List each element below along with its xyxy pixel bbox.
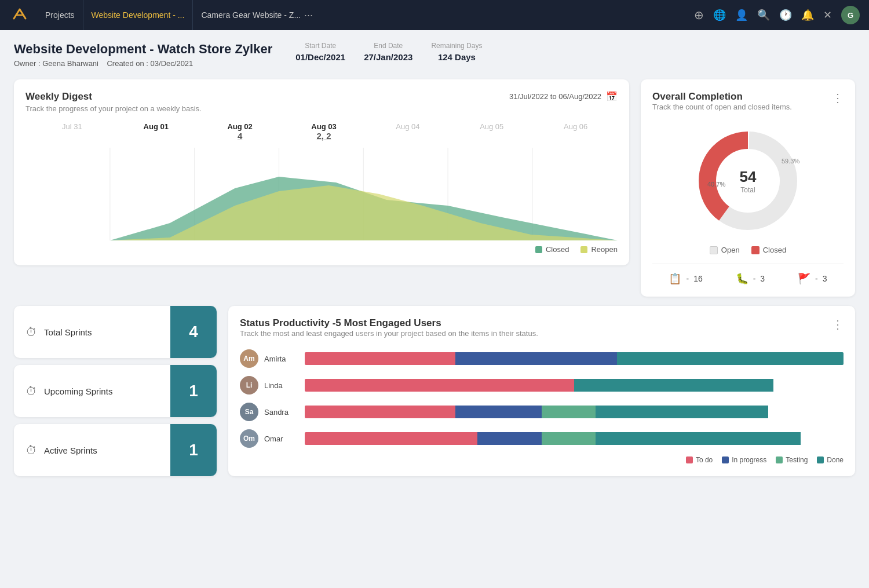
sp-menu-button[interactable]: ⋮ — [832, 317, 844, 331]
chart-days: Jul 31 Aug 01 Aug 02 4 Aug 03 2, 2 Aug 0 — [25, 122, 618, 143]
bar-linda — [305, 379, 844, 392]
bar-seg-todo — [305, 352, 455, 365]
sp-title-block: Status Productivity -5 Most Engaged User… — [240, 317, 538, 347]
nav-projects[interactable]: Projects — [37, 0, 83, 30]
nav-camera-gear[interactable]: Camera Gear Website - Z... ··· — [193, 0, 321, 30]
upcoming-sprints-count: 1 — [170, 365, 217, 417]
day-aug03: Aug 03 2, 2 — [282, 122, 366, 143]
content-row: Weekly Digest Track the progress of your… — [14, 79, 855, 297]
remaining-days-block: Remaining Days 124 Days — [431, 42, 482, 62]
topnav: Projects Website Development - ... Camer… — [0, 0, 869, 30]
upcoming-sprints-card: ⏱ Upcoming Sprints 1 — [14, 365, 217, 417]
project-title: Website Development - Watch Store Zylker — [14, 42, 272, 57]
sprint-col: ⏱ Total Sprints 4 ⏱ Upcoming Sprints 1 ⏱… — [14, 306, 217, 476]
sp-header: Status Productivity -5 Most Engaged User… — [240, 317, 844, 347]
donut-chart: 40.7% 59.3% 54 Total — [652, 123, 844, 239]
day-aug01: Aug 01 — [114, 122, 198, 143]
area-chart — [25, 148, 618, 240]
weekly-header: Weekly Digest Track the progress of your… — [25, 91, 618, 113]
legend-closed: Closed — [535, 245, 569, 254]
upcoming-sprints-icon: ⏱ — [25, 385, 37, 398]
oc-stat-bug: 🐛 - 3 — [736, 272, 765, 285]
bar-seg-done — [617, 352, 844, 365]
total-sprints-count: 4 — [170, 306, 217, 358]
bell-icon[interactable]: 🔔 — [801, 9, 814, 21]
legend-reopen: Reopen — [580, 245, 618, 254]
search-icon[interactable]: 🔍 — [757, 9, 770, 21]
day-aug02: Aug 02 4 — [198, 122, 282, 143]
calendar-icon[interactable]: 📅 — [606, 91, 618, 102]
end-date-block: End Date 27/Jan/2023 — [364, 42, 412, 62]
nav-website-dev[interactable]: Website Development - ... — [83, 0, 193, 30]
legend-closed: Closed — [751, 246, 786, 254]
oc-stat-flag: 🚩 - 3 — [798, 272, 827, 285]
svg-text:40.7%: 40.7% — [707, 181, 725, 188]
sp-row-omar: Om Omar — [240, 429, 844, 448]
oc-stat-document: 📋 - 16 — [669, 272, 702, 285]
weekly-digest-card: Weekly Digest Track the progress of your… — [14, 79, 629, 265]
bar-omar — [305, 432, 844, 445]
close-icon[interactable]: ✕ — [823, 9, 832, 21]
oc-legend: Open Closed — [652, 246, 844, 254]
total-sprints-label: ⏱ Total Sprints — [14, 326, 170, 339]
testing-dot — [776, 456, 783, 463]
active-sprints-icon: ⏱ — [25, 444, 37, 457]
total-sprints-icon: ⏱ — [25, 326, 37, 339]
sp-legend-testing: Testing — [776, 456, 808, 464]
bottom-row: ⏱ Total Sprints 4 ⏱ Upcoming Sprints 1 ⏱… — [14, 306, 855, 476]
oc-title: Overall Completion — [652, 91, 792, 103]
oc-title-block: Overall Completion Track the count of op… — [652, 91, 792, 120]
chart-legend: Closed Reopen — [25, 245, 618, 254]
more-icon[interactable]: ··· — [304, 9, 313, 21]
day-aug06: Aug 06 — [534, 122, 618, 143]
plus-icon[interactable]: ⊕ — [694, 8, 704, 22]
donut-center: 54 Total — [740, 168, 757, 194]
open-dot — [710, 246, 718, 254]
sp-legend-inprogress: In progress — [722, 456, 766, 464]
sp-chart-area: Am Amirta Li Linda — [240, 349, 844, 448]
todo-dot — [686, 456, 693, 463]
topnav-right: ⊕ 🌐 👤 🔍 🕐 🔔 ✕ G — [694, 6, 860, 24]
user-icon[interactable]: 👤 — [735, 9, 748, 21]
reopen-color-dot — [580, 246, 587, 253]
sp-subtitle: Track the most and least engaged users i… — [240, 329, 538, 338]
overall-completion-card: Overall Completion Track the count of op… — [641, 79, 855, 297]
name-amirta: Amirta — [264, 355, 299, 363]
clock-icon[interactable]: 🕐 — [779, 9, 792, 21]
avatar[interactable]: G — [841, 6, 860, 24]
status-productivity-card: Status Productivity -5 Most Engaged User… — [228, 306, 855, 476]
project-dates: Start Date 01/Dec/2021 End Date 27/Jan/2… — [295, 42, 482, 62]
name-omar: Omar — [264, 434, 299, 443]
weekly-subtitle: Track the progress of your project on a … — [25, 104, 202, 113]
project-title-block: Website Development - Watch Store Zylker… — [14, 42, 272, 68]
active-sprints-card: ⏱ Active Sprints 1 — [14, 424, 217, 476]
day-aug05: Aug 05 — [450, 122, 534, 143]
sp-legend-done: Done — [817, 456, 844, 464]
weekly-range: 31/Jul/2022 to 06/Aug/2022 📅 — [509, 91, 618, 102]
oc-menu-button[interactable]: ⋮ — [832, 91, 844, 105]
total-sprints-card: ⏱ Total Sprints 4 — [14, 306, 217, 358]
active-sprints-count: 1 — [170, 424, 217, 476]
svg-text:59.3%: 59.3% — [782, 158, 799, 165]
oc-subtitle: Track the count of open and closed items… — [652, 103, 792, 111]
inprogress-dot — [722, 456, 729, 463]
sp-row-sandra: Sa Sandra — [240, 403, 844, 421]
oc-header: Overall Completion Track the count of op… — [652, 91, 844, 120]
project-header: Website Development - Watch Store Zylker… — [14, 42, 855, 68]
sp-legend-todo: To do — [686, 456, 713, 464]
avatar-amirta: Am — [240, 349, 258, 368]
globe-icon[interactable]: 🌐 — [713, 9, 726, 21]
app-logo[interactable] — [9, 5, 30, 25]
day-jul31: Jul 31 — [30, 122, 114, 143]
upcoming-sprints-label: ⏱ Upcoming Sprints — [14, 385, 170, 398]
weekly-title: Weekly Digest — [25, 91, 202, 103]
weekly-title-block: Weekly Digest Track the progress of your… — [25, 91, 202, 113]
sp-row-amirta: Am Amirta — [240, 349, 844, 368]
sp-legend: To do In progress Testing Done — [240, 456, 844, 464]
name-linda: Linda — [264, 381, 299, 390]
day-aug04: Aug 04 — [366, 122, 450, 143]
bar-amirta — [305, 352, 844, 365]
bar-seg-inprogress — [455, 352, 617, 365]
sp-title: Status Productivity -5 Most Engaged User… — [240, 317, 538, 329]
sp-row-linda: Li Linda — [240, 376, 844, 395]
